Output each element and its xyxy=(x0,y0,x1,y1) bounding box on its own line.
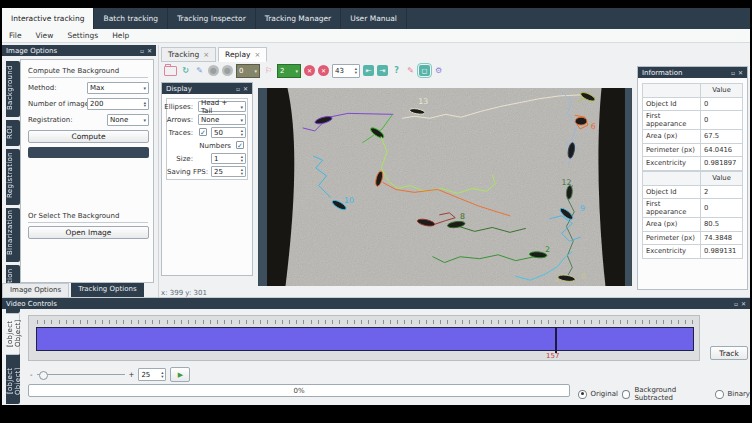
object-b-select[interactable]: 2 ▾ xyxy=(277,64,301,78)
close-icon[interactable]: ✕ xyxy=(243,85,248,92)
registration-select[interactable]: None ▾ xyxy=(107,114,149,126)
info-row: Object Id2 xyxy=(643,185,743,199)
tab-tracking-manager[interactable]: Tracking Manager xyxy=(256,8,341,29)
spinner-arrows-icon[interactable]: ▴▾ xyxy=(241,129,243,135)
tab-close-icon[interactable]: × xyxy=(254,51,260,59)
side-tab-control[interactable]: [object Object] xyxy=(6,313,20,355)
close-icon[interactable]: ✕ xyxy=(147,47,152,54)
tracking-progressbar: 0% xyxy=(28,384,570,397)
menu-view[interactable]: View xyxy=(29,31,61,40)
faster-label[interactable]: + xyxy=(129,371,135,379)
play-button[interactable]: ▶ xyxy=(170,367,190,382)
slider-handle-icon[interactable] xyxy=(39,371,48,380)
video-frame-view[interactable]: 13612908210 xyxy=(255,88,635,286)
info-value: 0.989131 xyxy=(701,245,743,259)
radio-background-subtracted-label[interactable]: Background Subtracted xyxy=(634,386,711,402)
dock-tab-image-options[interactable]: Image Options xyxy=(2,283,69,298)
spinner-arrows-icon[interactable]: ▴▾ xyxy=(355,67,357,73)
delete-track-icon[interactable]: ✕ xyxy=(318,65,329,76)
arrows-label: Arrows: xyxy=(167,116,193,124)
info-label: Area (px) xyxy=(643,130,701,144)
spinner-arrows-icon[interactable]: ▴▾ xyxy=(241,168,243,174)
section-title: Compute The Background xyxy=(28,67,119,75)
object-id-label: 6 xyxy=(591,122,596,131)
numbers-checkbox[interactable]: ✓ xyxy=(236,141,244,149)
tab-interactive-tracking[interactable]: Interactive tracking xyxy=(2,8,94,29)
radio-binary-label[interactable]: Binary xyxy=(728,390,750,398)
delete-object-icon[interactable]: ✕ xyxy=(304,65,315,76)
side-tab-registration[interactable]: Registration xyxy=(6,149,20,205)
app-tab-bar: Interactive tracking Batch tracking Trac… xyxy=(2,8,750,29)
tab-user-manual[interactable]: User Manual xyxy=(341,8,407,29)
info-value: 2 xyxy=(701,185,743,199)
display-titlebar: Display ▫ ✕ xyxy=(162,83,252,94)
num-images-spinbox[interactable]: 200 ▴▾ xyxy=(87,98,149,110)
close-icon[interactable]: ✕ xyxy=(741,300,746,307)
speed-slider[interactable] xyxy=(37,374,125,375)
float-icon[interactable]: ▫ xyxy=(140,47,144,54)
radio-background-subtracted[interactable] xyxy=(622,390,631,399)
settings-wrench-icon[interactable]: ⚙ xyxy=(433,65,444,76)
close-icon[interactable]: ✕ xyxy=(738,69,743,76)
size-spinbox[interactable]: 1 ▴▾ xyxy=(211,153,246,164)
timeline-cursor[interactable] xyxy=(555,327,557,353)
info-row: Excentricity0.981897 xyxy=(643,157,743,171)
fps-spinbox[interactable]: 25 ▴▾ xyxy=(138,368,166,381)
traces-spinbox[interactable]: 50 ▴▾ xyxy=(211,127,246,138)
radio-original[interactable] xyxy=(578,390,587,399)
info-value: 67.5 xyxy=(701,130,743,144)
display-panel: Display ▫ ✕ Ellipses: Head + Tail ▾ Arro… xyxy=(161,82,253,276)
tab-close-icon[interactable]: × xyxy=(203,51,209,59)
side-tab-information[interactable]: [object Object] xyxy=(6,358,20,404)
frame-spinbox[interactable]: 43 ▴▾ xyxy=(332,64,360,78)
document-tab-bar: Tracking × Replay × xyxy=(161,47,267,62)
open-folder-icon[interactable] xyxy=(164,66,177,76)
chevron-down-icon: ▾ xyxy=(143,117,146,123)
chevron-down-icon: ▾ xyxy=(295,68,298,74)
spinner-arrows-icon[interactable]: ▴▾ xyxy=(241,155,243,161)
menu-settings[interactable]: Settings xyxy=(60,31,105,40)
spinner-arrows-icon[interactable]: ▴▾ xyxy=(144,101,146,107)
menu-file[interactable]: File xyxy=(2,31,29,40)
menu-help[interactable]: Help xyxy=(105,31,136,40)
ellipses-select[interactable]: Head + Tail ▾ xyxy=(198,101,246,112)
object-a-select[interactable]: 0 ▾ xyxy=(236,64,260,78)
side-tab-binarization[interactable]: Binarization xyxy=(6,208,20,262)
prev-occlusion-icon[interactable]: ⇤ xyxy=(363,65,374,76)
information-titlebar: Information ▫ ✕ xyxy=(638,67,747,78)
doc-tab-tracking[interactable]: Tracking × xyxy=(161,47,216,62)
compute-button[interactable]: Compute xyxy=(28,130,149,143)
swap-flag-icon[interactable]: ⚐ xyxy=(263,65,274,76)
radio-binary[interactable] xyxy=(715,390,724,399)
side-tab-roi[interactable]: ROI xyxy=(6,120,20,146)
info-label: Object Id xyxy=(643,97,701,111)
object-id-label: 0 xyxy=(581,272,586,281)
timeline-range-bar[interactable] xyxy=(36,327,694,351)
float-icon[interactable]: ▫ xyxy=(731,69,735,76)
reload-icon[interactable]: ↻ xyxy=(180,65,191,76)
spinner-arrows-icon[interactable]: ▴▾ xyxy=(161,371,163,377)
doc-tab-replay[interactable]: Replay × xyxy=(218,47,267,62)
side-tab-background[interactable]: Background xyxy=(6,61,20,117)
overlay-toggle-icon[interactable]: ◻ xyxy=(419,65,430,76)
export-video-icon[interactable]: ✎ xyxy=(194,65,205,76)
help-icon[interactable]: ? xyxy=(391,65,402,76)
float-icon[interactable]: ▫ xyxy=(236,85,240,92)
saving-fps-spinbox[interactable]: 25 ▴▾ xyxy=(211,166,246,177)
float-icon[interactable]: ▫ xyxy=(734,300,738,307)
slower-label[interactable]: - xyxy=(30,371,33,379)
dock-tab-tracking-options[interactable]: Tracking Options xyxy=(71,283,143,298)
traces-checkbox[interactable]: ✓ xyxy=(199,128,207,136)
annotation-pencil-icon[interactable]: ✎ xyxy=(405,65,416,76)
track-button[interactable]: Track xyxy=(710,346,748,360)
timeline-widget[interactable]: 157 xyxy=(28,315,700,361)
radio-original-label[interactable]: Original xyxy=(591,390,618,398)
prev-disabled-icon: ● xyxy=(208,65,219,76)
arrows-select[interactable]: None ▾ xyxy=(198,114,246,125)
tab-tracking-inspector[interactable]: Tracking Inspector xyxy=(168,8,256,29)
next-occlusion-icon[interactable]: ⇥ xyxy=(377,65,388,76)
open-image-button[interactable]: Open Image xyxy=(28,226,149,239)
application-window: Interactive tracking Batch tracking Trac… xyxy=(2,8,750,405)
method-select[interactable]: Max ▾ xyxy=(87,82,149,94)
tab-batch-tracking[interactable]: Batch tracking xyxy=(94,8,168,29)
